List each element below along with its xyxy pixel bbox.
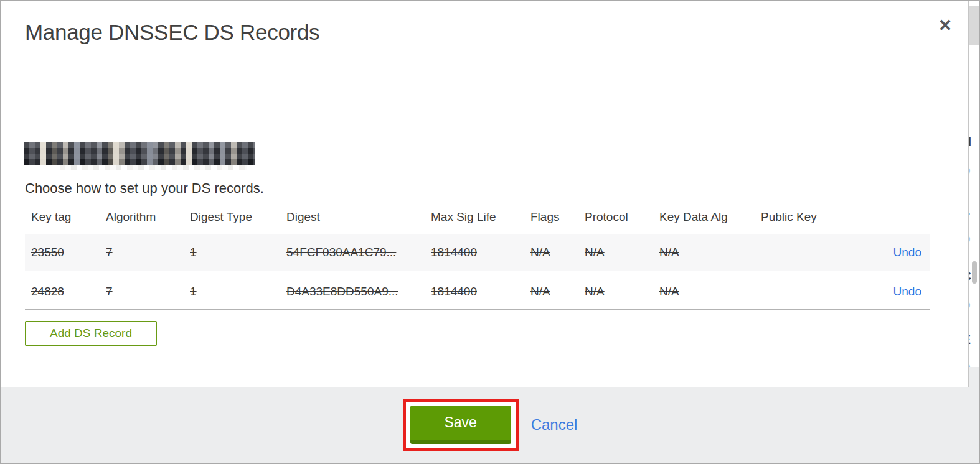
cancel-link[interactable]: Cancel [531, 416, 578, 434]
cell-digest-type: 1 [190, 285, 286, 299]
column-header-public-key: Public Key [761, 210, 854, 224]
cell-key-tag: 23550 [31, 246, 106, 259]
background-text-fragment: D [968, 299, 979, 312]
background-text-fragment: d [968, 77, 979, 91]
column-header-max-sig-life: Max Sig Life [431, 210, 530, 224]
instruction-text: Choose how to set up your DS records. [25, 180, 264, 197]
background-page-sliver: sdNDLDCDED [968, 1, 979, 387]
cell-key-data-alg: N/A [659, 246, 761, 259]
table-row: 23550 7 1 54FCF030AA1C79... 1814400 N/A … [25, 234, 930, 271]
cell-digest: D4A33E8DD550A9... [286, 285, 431, 299]
undo-link[interactable]: Undo [893, 285, 921, 298]
column-header-protocol: Protocol [585, 210, 659, 224]
background-text-fragment: N [968, 134, 979, 149]
column-header-key-tag: Key tag [31, 210, 106, 224]
annotation-rectangle: Save [403, 399, 519, 451]
background-gray-block [969, 6, 979, 45]
column-header-algorithm: Algorithm [106, 210, 190, 224]
modal-footer: Save Cancel [1, 387, 979, 463]
cell-key-data-alg: N/A [659, 285, 761, 299]
save-button[interactable]: Save [410, 406, 511, 444]
cell-flags: N/A [530, 285, 585, 299]
cell-protocol: N/A [585, 285, 659, 299]
column-header-digest: Digest [286, 210, 431, 224]
background-text-fragment: D [968, 233, 979, 246]
column-header-flags: Flags [530, 210, 585, 224]
background-text-fragment: L [968, 203, 979, 218]
domain-name-redacted [24, 142, 255, 165]
close-icon[interactable]: ✕ [935, 15, 956, 36]
scrollbar-thumb [972, 261, 977, 284]
background-gray-block [969, 367, 979, 387]
table-header-row: Key tag Algorithm Digest Type Digest Max… [25, 208, 930, 234]
cell-max-sig-life: 1814400 [431, 246, 530, 259]
cell-algorithm: 7 [106, 285, 190, 299]
add-ds-record-button[interactable]: Add DS Record [25, 321, 157, 346]
table-row: 24828 7 1 D4A33E8DD550A9... 1814400 N/A … [25, 274, 930, 310]
cell-algorithm: 7 [106, 246, 190, 259]
dnssec-modal: Manage DNSSEC DS Records ✕ Choose how to… [0, 0, 980, 464]
column-header-digest-type: Digest Type [190, 210, 286, 224]
undo-link[interactable]: Undo [893, 246, 921, 259]
cell-digest: 54FCF030AA1C79... [286, 246, 431, 259]
cell-protocol: N/A [585, 246, 659, 259]
cell-digest-type: 1 [190, 246, 286, 259]
ds-records-table: Key tag Algorithm Digest Type Digest Max… [25, 208, 930, 310]
cell-key-tag: 24828 [31, 285, 106, 299]
background-text-fragment: E [968, 332, 979, 347]
background-text-fragment: D [968, 164, 979, 178]
cell-flags: N/A [530, 246, 585, 259]
column-header-key-data-alg: Key Data Alg [659, 210, 761, 224]
page-title: Manage DNSSEC DS Records [25, 20, 319, 45]
cell-max-sig-life: 1814400 [431, 285, 530, 299]
background-text-fragment: s [968, 49, 979, 63]
